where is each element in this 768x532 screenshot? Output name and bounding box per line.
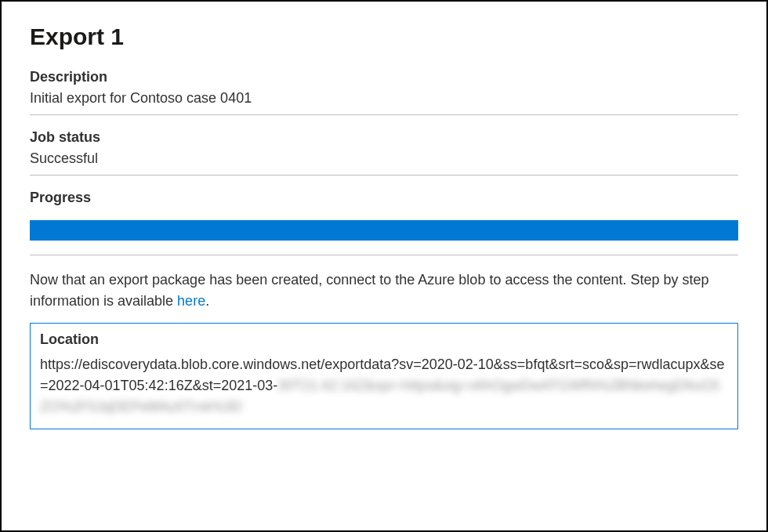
description-value: Initial export for Contoso case 0401	[30, 90, 738, 107]
progress-bar-fill	[30, 220, 738, 241]
info-text-before: Now that an export package has been crea…	[30, 272, 709, 309]
divider	[30, 114, 738, 115]
location-url[interactable]: https://ediscoverydata.blob.core.windows…	[40, 354, 728, 418]
progress-section: Progress	[30, 190, 738, 255]
description-section: Description Initial export for Contoso c…	[30, 69, 738, 115]
divider	[30, 255, 738, 255]
page-title: Export 1	[30, 24, 738, 50]
job-status-label: Job status	[30, 129, 738, 146]
job-status-value: Successful	[30, 150, 738, 167]
info-link-here[interactable]: here	[177, 293, 205, 309]
export-details-panel: Export 1 Description Initial export for …	[0, 0, 768, 532]
description-label: Description	[30, 69, 738, 85]
location-box: Location https://ediscoverydata.blob.cor…	[30, 323, 738, 429]
progress-label: Progress	[30, 190, 738, 206]
location-label: Location	[40, 331, 728, 348]
job-status-section: Job status Successful	[30, 129, 738, 176]
info-text-after: .	[205, 293, 209, 309]
info-text: Now that an export package has been crea…	[30, 270, 738, 312]
divider	[30, 175, 738, 176]
progress-bar	[30, 220, 738, 241]
